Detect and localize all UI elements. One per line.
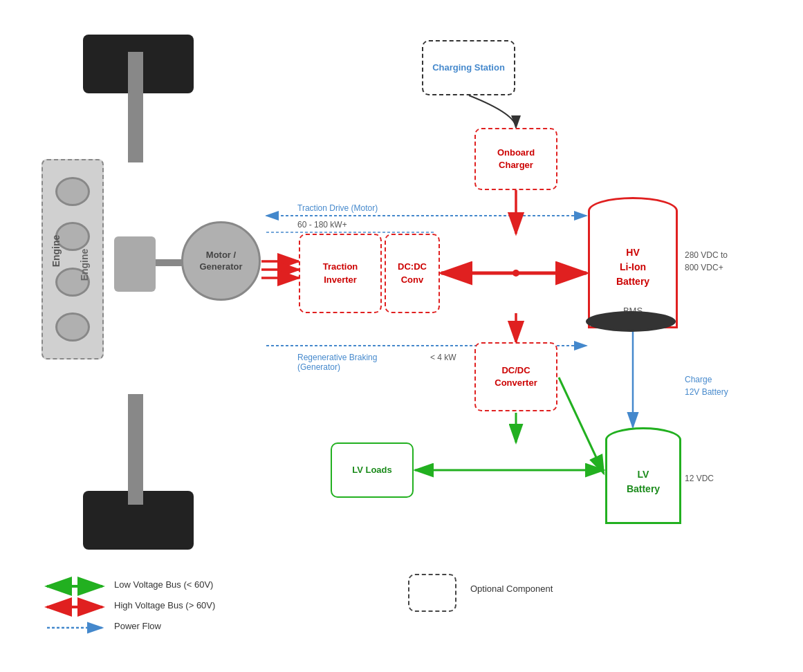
lv-battery: LVBattery xyxy=(605,427,681,524)
traction-inverter-label: TractionInverter xyxy=(323,261,358,286)
dcdc-small-box: DC:DCConv xyxy=(385,234,440,313)
regen-braking-label: Regenerative Braking(Generator) xyxy=(297,353,377,372)
legend-high-voltage-label: High Voltage Bus (> 60V) xyxy=(114,600,215,610)
lv-cylinder-body: LVBattery xyxy=(605,440,681,524)
shaft-bottom xyxy=(128,394,143,505)
traction-drive-label: Traction Drive (Motor) xyxy=(297,203,378,213)
onboard-charger-label: OnboardCharger xyxy=(497,147,535,171)
hv-voltage-label: 280 VDC to800 VDC+ xyxy=(685,249,728,274)
dcdc-large-box: DC/DCConverter xyxy=(474,342,557,411)
shaft-top xyxy=(128,52,143,162)
lv-vdc-label: 12 VDC xyxy=(685,474,714,483)
engine-label: Engine xyxy=(50,235,62,268)
dcdc-power-label: < 4 kW xyxy=(430,353,456,362)
svg-line-22 xyxy=(559,377,604,474)
engine-piston-1 xyxy=(55,177,90,206)
arrows-svg xyxy=(0,0,803,672)
legend-power-flow-label: Power Flow xyxy=(114,621,161,631)
lv-battery-label: LVBattery xyxy=(607,467,679,496)
diagram: Engine Engine Motor / Generator Traction… xyxy=(0,0,803,672)
charge-12v-label: Charge12V Battery xyxy=(685,373,728,398)
lv-loads-box: LV Loads xyxy=(331,442,414,498)
svg-point-25 xyxy=(513,270,519,277)
traction-inverter-box: TractionInverter xyxy=(299,234,382,313)
motor-generator: Motor / Generator xyxy=(181,221,261,301)
engine-text: Engine xyxy=(79,237,90,292)
onboard-charger-box: OnboardCharger xyxy=(474,128,557,190)
power-kw-label: 60 - 180 kW+ xyxy=(297,220,347,230)
charging-station-box: Charging Station xyxy=(422,40,515,95)
optional-box xyxy=(408,574,456,612)
dcdc-large-label: DC/DCConverter xyxy=(495,364,537,389)
optional-component-label: Optional Component xyxy=(470,584,553,594)
hv-battery: HVLi-IonBattery BMS xyxy=(588,197,678,328)
hv-cylinder-bottom xyxy=(586,311,676,332)
transmission-box xyxy=(114,236,156,292)
hv-battery-label: HVLi-IonBattery xyxy=(590,245,676,289)
motor-generator-label: Motor / Generator xyxy=(183,250,259,273)
engine-piston-4 xyxy=(55,312,90,342)
charging-station-label: Charging Station xyxy=(432,62,505,74)
dcdc-small-label: DC:DCConv xyxy=(398,261,427,286)
lv-loads-label: LV Loads xyxy=(352,464,392,476)
legend-low-voltage-label: Low Voltage Bus (< 60V) xyxy=(114,579,213,590)
